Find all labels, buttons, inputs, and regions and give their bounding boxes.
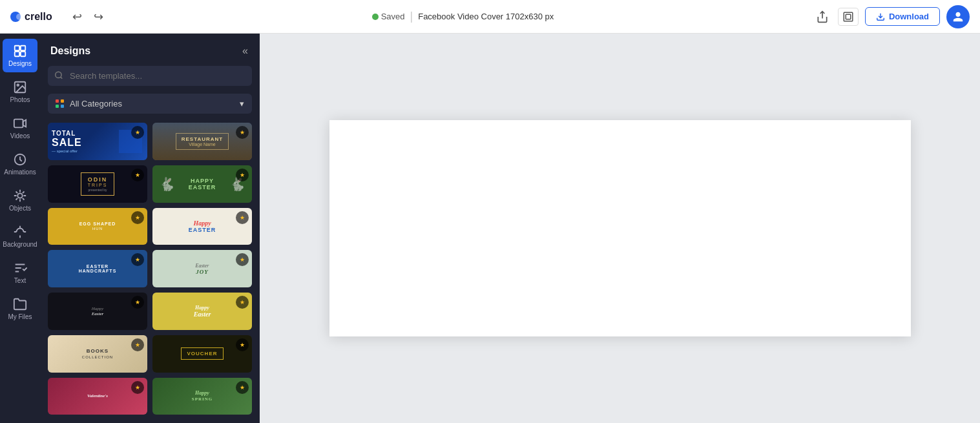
template-card[interactable]: VOUCHER ★ bbox=[152, 335, 252, 373]
pro-badge: ★ bbox=[236, 296, 249, 309]
app-logo[interactable]: crello bbox=[10, 8, 56, 26]
template-card[interactable]: Valentine's ★ bbox=[48, 378, 147, 415]
templates-scroll: TOTALSALE — special offer ★ bbox=[40, 123, 260, 423]
svg-rect-11 bbox=[14, 119, 23, 128]
pro-badge: ★ bbox=[131, 381, 144, 394]
sidebar-item-photos-label: Photos bbox=[10, 96, 30, 103]
pro-badge: ★ bbox=[131, 338, 144, 351]
pro-badge: ★ bbox=[131, 169, 144, 181]
sidebar-item-background-label: Background bbox=[3, 241, 37, 248]
resize-button[interactable] bbox=[838, 8, 859, 26]
category-left: All Categories bbox=[56, 99, 122, 108]
template-card[interactable]: Easter JOY ★ bbox=[152, 250, 252, 287]
saved-text: Saved bbox=[381, 12, 405, 21]
template-card[interactable]: Restaurant Village Name ★ bbox=[152, 123, 252, 160]
svg-rect-7 bbox=[15, 52, 19, 56]
sidebar-item-myfiles-label: My Files bbox=[8, 313, 32, 320]
svg-rect-5 bbox=[15, 46, 19, 50]
sidebar-item-designs-label: Designs bbox=[8, 60, 32, 67]
pro-badge: ★ bbox=[131, 296, 144, 309]
template-card[interactable]: ODIN TRIPS presented by ★ bbox=[48, 165, 147, 203]
undo-button[interactable]: ↩ bbox=[68, 7, 86, 26]
topbar-divider: | bbox=[410, 10, 413, 23]
pro-badge: ★ bbox=[236, 338, 249, 351]
sidebar-item-text[interactable]: Text bbox=[3, 256, 37, 289]
download-label: Download bbox=[889, 12, 929, 21]
template-card[interactable]: EASTERHANDCRAFTS ★ bbox=[48, 250, 147, 287]
redo-button[interactable]: ↪ bbox=[90, 7, 107, 26]
sidebar-item-myfiles[interactable]: My Files bbox=[3, 292, 37, 325]
sidebar-item-videos-label: Videos bbox=[10, 132, 30, 139]
svg-point-14 bbox=[56, 72, 61, 77]
collapse-panel-button[interactable]: « bbox=[241, 44, 249, 58]
search-icon bbox=[54, 70, 63, 81]
search-box bbox=[48, 66, 252, 86]
saved-dot bbox=[372, 14, 379, 20]
saved-indicator: Saved bbox=[372, 12, 405, 21]
undo-redo-group: ↩ ↪ bbox=[68, 7, 107, 26]
svg-rect-4 bbox=[846, 14, 851, 19]
pro-badge: ★ bbox=[131, 126, 144, 139]
svg-point-10 bbox=[17, 84, 19, 86]
search-input[interactable] bbox=[48, 66, 252, 86]
canvas[interactable] bbox=[329, 120, 911, 336]
chevron-down-icon: ▾ bbox=[240, 99, 244, 108]
pro-badge: ★ bbox=[236, 211, 249, 224]
template-card[interactable]: HappyEaster ★ bbox=[48, 293, 147, 330]
pro-badge: ★ bbox=[131, 211, 144, 224]
sidebar-item-designs[interactable]: Designs bbox=[3, 39, 37, 72]
svg-point-1 bbox=[16, 14, 23, 20]
sidebar-item-animations-label: Animations bbox=[4, 169, 36, 176]
template-card[interactable]: TOTALSALE — special offer ★ bbox=[48, 123, 147, 160]
template-card[interactable]: BOOKSCOLLECTION ★ bbox=[48, 335, 147, 373]
topbar-center: Saved | Facebook Video Cover 1702x630 px bbox=[120, 10, 806, 23]
category-label: All Categories bbox=[70, 99, 122, 108]
template-card[interactable]: Happy EASTER ★ bbox=[152, 208, 252, 245]
designs-panel: Designs « All Categories bbox=[40, 34, 260, 423]
designs-panel-header: Designs « bbox=[40, 34, 260, 66]
topbar-right: Download bbox=[813, 5, 970, 28]
main-area: Designs Photos Videos Animations bbox=[0, 34, 980, 423]
download-button[interactable]: Download bbox=[865, 7, 940, 26]
sidebar-item-videos[interactable]: Videos bbox=[3, 111, 37, 145]
category-dropdown[interactable]: All Categories ▾ bbox=[48, 94, 252, 114]
sidebar-item-photos[interactable]: Photos bbox=[3, 75, 37, 108]
svg-rect-6 bbox=[21, 46, 25, 50]
sidebar-item-animations[interactable]: Animations bbox=[3, 147, 37, 181]
doc-title: Facebook Video Cover 1702x630 px bbox=[418, 12, 554, 21]
svg-rect-3 bbox=[844, 12, 853, 21]
topbar: crello ↩ ↪ Saved | Facebook Video Cover … bbox=[0, 0, 980, 34]
svg-rect-8 bbox=[21, 52, 25, 56]
designs-panel-title: Designs bbox=[50, 45, 90, 57]
category-dots-icon bbox=[56, 99, 65, 108]
template-card[interactable]: HappyEaster ★ bbox=[152, 293, 252, 330]
svg-text:crello: crello bbox=[25, 11, 52, 22]
template-card[interactable]: HappySpring ★ bbox=[152, 378, 252, 415]
templates-grid: TOTALSALE — special offer ★ bbox=[48, 123, 252, 423]
sidebar-item-text-label: Text bbox=[14, 277, 26, 284]
pro-badge: ★ bbox=[236, 381, 249, 394]
sidebar-item-background[interactable]: Background bbox=[3, 220, 37, 253]
sidebar-item-objects-label: Objects bbox=[9, 205, 31, 212]
svg-point-13 bbox=[17, 193, 22, 198]
share-button[interactable] bbox=[813, 8, 831, 26]
profile-button[interactable] bbox=[946, 5, 970, 28]
sidebar-item-objects[interactable]: Objects bbox=[3, 183, 37, 217]
template-card[interactable]: EGG SHAPEDHUN ★ bbox=[48, 208, 147, 245]
pro-badge: ★ bbox=[236, 169, 249, 181]
canvas-area bbox=[260, 34, 980, 423]
template-card[interactable]: 🐇 🐇 HAPPYEASTER ★ bbox=[152, 165, 252, 203]
pro-badge: ★ bbox=[236, 126, 249, 139]
sidebar-icons: Designs Photos Videos Animations bbox=[0, 34, 40, 423]
